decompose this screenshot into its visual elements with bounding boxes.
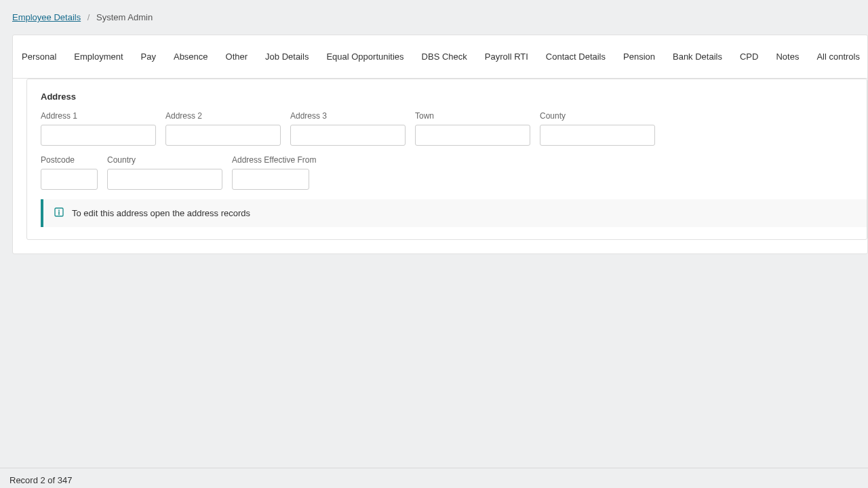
label-country: Country bbox=[107, 155, 222, 165]
input-postcode[interactable] bbox=[41, 169, 98, 190]
info-banner-text: To edit this address open the address re… bbox=[72, 208, 250, 218]
breadcrumb-link-employee-details[interactable]: Employee Details bbox=[12, 12, 81, 22]
tab-other[interactable]: Other bbox=[217, 35, 257, 78]
label-address3: Address 3 bbox=[290, 111, 406, 121]
field-address-effective-from: Address Effective From bbox=[232, 155, 317, 190]
field-county: County bbox=[540, 111, 655, 146]
field-town: Town bbox=[415, 111, 530, 146]
label-address1: Address 1 bbox=[41, 111, 156, 121]
input-address2[interactable] bbox=[165, 125, 281, 146]
label-postcode: Postcode bbox=[41, 155, 98, 165]
address-section-title: Address bbox=[41, 92, 867, 102]
breadcrumb-separator: / bbox=[87, 12, 90, 22]
label-address2: Address 2 bbox=[165, 111, 281, 121]
tab-cpd[interactable]: CPD bbox=[731, 35, 767, 78]
field-address2: Address 2 bbox=[165, 111, 281, 146]
field-address1: Address 1 bbox=[41, 111, 156, 146]
record-status: Record 2 of 347 bbox=[9, 475, 73, 485]
tab-bar: Personal Employment Pay Absence Other Jo… bbox=[13, 35, 867, 79]
tab-absence[interactable]: Absence bbox=[165, 35, 217, 78]
main-panel: Personal Employment Pay Absence Other Jo… bbox=[12, 35, 868, 254]
field-country: Country bbox=[107, 155, 222, 190]
tab-equal-opportunities[interactable]: Equal Opportunities bbox=[317, 35, 412, 78]
tab-job-details[interactable]: Job Details bbox=[256, 35, 317, 78]
breadcrumb: Employee Details / System Admin bbox=[0, 0, 868, 35]
field-address3: Address 3 bbox=[290, 111, 406, 146]
address-row-1: Address 1 Address 2 Address 3 Town Count… bbox=[41, 111, 867, 146]
footer-bar: Record 2 of 347 bbox=[0, 468, 868, 488]
content-area: Address Address 1 Address 2 Address 3 To… bbox=[13, 79, 867, 253]
info-banner: To edit this address open the address re… bbox=[41, 199, 867, 227]
label-town: Town bbox=[415, 111, 530, 121]
breadcrumb-current: System Admin bbox=[96, 12, 153, 22]
input-address1[interactable] bbox=[41, 125, 156, 146]
tab-employment[interactable]: Employment bbox=[65, 35, 132, 78]
tab-personal[interactable]: Personal bbox=[13, 35, 65, 78]
tab-payroll-rti[interactable]: Payroll RTI bbox=[476, 35, 537, 78]
field-postcode: Postcode bbox=[41, 155, 98, 190]
tab-pension[interactable]: Pension bbox=[614, 35, 664, 78]
input-town[interactable] bbox=[415, 125, 530, 146]
tab-contact-details[interactable]: Contact Details bbox=[537, 35, 614, 78]
input-address3[interactable] bbox=[290, 125, 406, 146]
label-address-effective-from: Address Effective From bbox=[232, 155, 317, 165]
input-county[interactable] bbox=[540, 125, 655, 146]
info-icon bbox=[53, 206, 65, 220]
tab-bank-details[interactable]: Bank Details bbox=[664, 35, 731, 78]
tab-all-controls[interactable]: All controls bbox=[808, 35, 867, 78]
address-row-2: Postcode Country Address Effective From bbox=[41, 155, 867, 190]
input-address-effective-from[interactable] bbox=[232, 169, 309, 190]
address-card: Address Address 1 Address 2 Address 3 To… bbox=[26, 79, 867, 240]
tab-dbs-check[interactable]: DBS Check bbox=[413, 35, 476, 78]
tab-pay[interactable]: Pay bbox=[132, 35, 165, 78]
tab-notes[interactable]: Notes bbox=[767, 35, 808, 78]
input-country[interactable] bbox=[107, 169, 222, 190]
label-county: County bbox=[540, 111, 655, 121]
